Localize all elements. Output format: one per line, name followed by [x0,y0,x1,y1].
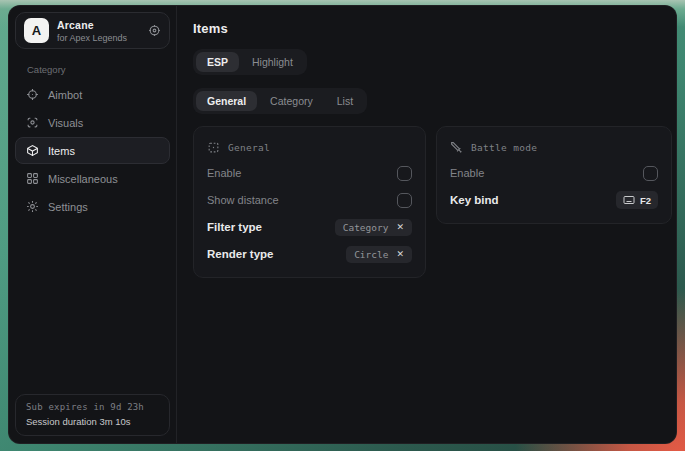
filter-type-tag[interactable]: Category ✕ [335,219,412,236]
setting-label: Enable [207,167,241,179]
battle-panel-title: Battle mode [471,142,537,153]
sidebar-item-label: Settings [48,201,88,213]
grid-icon [26,172,39,185]
sidebar-item-label: Items [48,145,75,157]
dashed-box-icon [207,141,220,154]
keybind-button[interactable]: F2 [616,191,658,209]
setting-label: Render type [207,248,273,260]
eye-icon [26,116,39,129]
page-title: Items [193,21,672,36]
render-type-tag[interactable]: Circle ✕ [346,246,412,263]
setting-row-filter-type: Filter type Category ✕ [207,217,412,237]
sidebar-section-label: Category [27,64,170,75]
main-content: Items ESP Highlight General Category Lis… [177,6,677,443]
keybind-value: F2 [640,195,651,206]
tab-highlight[interactable]: Highlight [241,52,304,72]
sword-icon [450,141,463,154]
crosshair-icon [26,88,39,101]
sidebar-item-aimbot[interactable]: Aimbot [15,81,170,108]
setting-row-render-type: Render type Circle ✕ [207,244,412,264]
gear-icon [26,200,39,213]
sidebar-item-label: Visuals [48,117,83,129]
setting-label: Key bind [450,194,499,206]
sidebar: A Arcane for Apex Legends Category [9,6,177,443]
sidebar-item-visuals[interactable]: Visuals [15,109,170,136]
close-icon[interactable]: ✕ [396,250,404,259]
battle-mode-panel: Battle mode Enable Key bind F2 [436,126,672,224]
session-duration-text: Session duration 3m 10s [26,416,159,427]
setting-label: Filter type [207,221,262,233]
tag-value: Category [343,222,389,233]
general-panel: General Enable Show distance Filter type… [193,126,426,278]
setting-label: Show distance [207,194,279,206]
setting-row-key-bind: Key bind F2 [450,190,658,210]
setting-row-enable: Enable [207,163,412,183]
panels-row: General Enable Show distance Filter type… [193,126,672,278]
setting-row-show-distance: Show distance [207,190,412,210]
tab-list[interactable]: List [326,91,364,111]
app-window: A Arcane for Apex Legends Category [8,5,677,444]
brand-name: Arcane [57,19,127,31]
sidebar-item-items[interactable]: Items [15,137,170,164]
brand-subtitle: for Apex Legends [57,33,127,43]
sidebar-item-miscellaneous[interactable]: Miscellaneous [15,165,170,192]
tab-esp[interactable]: ESP [196,52,239,72]
sidebar-item-label: Miscellaneous [48,173,118,185]
sub-expires-text: Sub expires in 9d 23h [26,402,159,412]
mode-tabs: ESP Highlight [193,49,307,75]
battle-panel-header: Battle mode [450,138,658,156]
close-icon[interactable]: ✕ [396,223,404,232]
show-distance-checkbox[interactable] [397,193,412,208]
view-tabs: General Category List [193,88,367,114]
tab-general[interactable]: General [196,91,257,111]
sidebar-item-settings[interactable]: Settings [15,193,170,220]
battle-enable-checkbox[interactable] [643,166,658,181]
box-icon [26,144,39,157]
keyboard-icon [623,194,635,206]
tag-value: Circle [354,249,388,260]
setting-label: Enable [450,167,484,179]
general-panel-header: General [207,138,412,156]
brand-logo: A [24,18,49,43]
brand-card: A Arcane for Apex Legends [15,12,170,49]
subscription-panel: Sub expires in 9d 23h Session duration 3… [15,394,170,436]
tab-category[interactable]: Category [259,91,324,111]
setting-row-enable: Enable [450,163,658,183]
brand-text: Arcane for Apex Legends [57,19,127,43]
general-panel-title: General [228,142,270,153]
sidebar-item-label: Aimbot [48,89,82,101]
target-icon[interactable] [148,24,161,37]
sidebar-nav: Aimbot Visuals Items [15,81,170,220]
enable-checkbox[interactable] [397,166,412,181]
